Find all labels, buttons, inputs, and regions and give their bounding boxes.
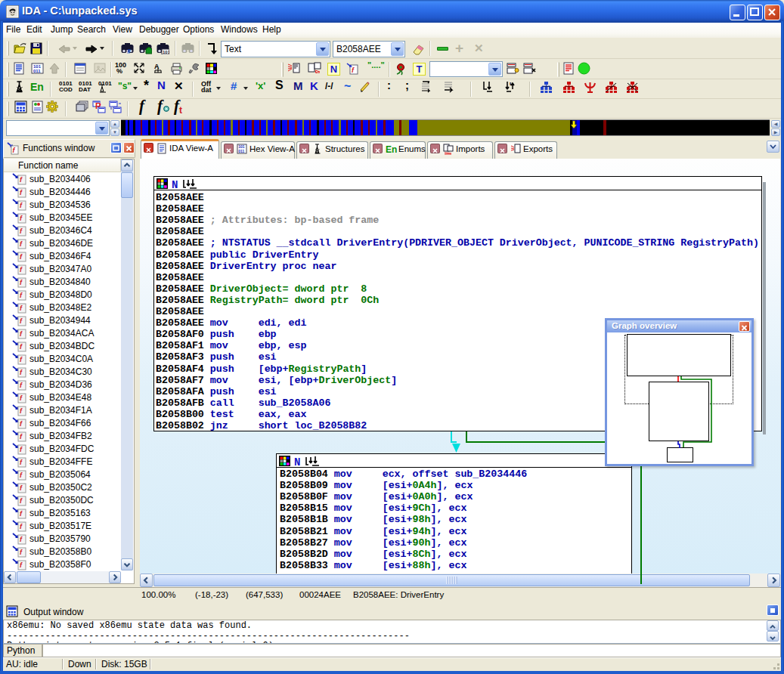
- svg-text:N: N: [172, 179, 178, 191]
- svg-text:101: 101: [163, 50, 169, 54]
- svg-text:N: N: [294, 456, 300, 468]
- svg-text:u: u: [510, 80, 513, 87]
- svg-text:011: 011: [238, 149, 244, 153]
- svg-text:011: 011: [33, 69, 41, 73]
- svg-text:#: #: [127, 48, 131, 54]
- svg-text:A: A: [154, 63, 160, 70]
- svg-text:En: En: [386, 144, 397, 155]
